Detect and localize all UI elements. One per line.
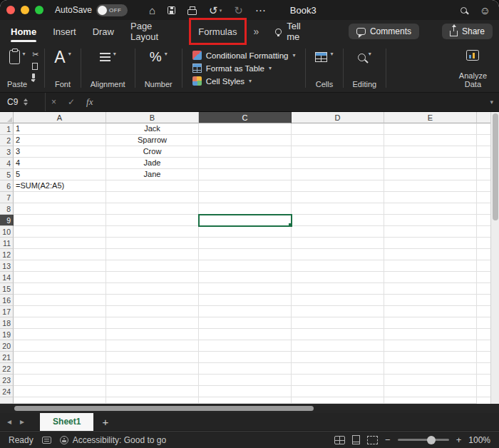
cell-D15[interactable]: [292, 283, 384, 295]
cell-D14[interactable]: [292, 272, 384, 283]
row-header-4[interactable]: 4: [0, 158, 14, 169]
cell-A18[interactable]: [14, 317, 106, 329]
cell-C8[interactable]: [199, 203, 292, 215]
cell-B13[interactable]: [106, 260, 199, 272]
cell-B2[interactable]: Sparrow: [106, 135, 199, 146]
cell-C14[interactable]: [199, 272, 292, 283]
save-icon[interactable]: [168, 6, 175, 14]
zoom-slider-thumb[interactable]: [427, 436, 436, 444]
cell-B5[interactable]: Jane: [106, 169, 199, 180]
zoom-slider[interactable]: [398, 439, 449, 441]
cell-D12[interactable]: [292, 249, 384, 260]
cell-C3[interactable]: [199, 146, 292, 158]
cell-D1[interactable]: [292, 123, 384, 135]
row-header-23[interactable]: 23: [0, 375, 14, 386]
cell-D11[interactable]: [292, 238, 384, 249]
cell-B18[interactable]: [106, 317, 199, 329]
cell-E12[interactable]: [384, 249, 477, 260]
fullscreen-window-button[interactable]: [35, 6, 43, 14]
cell-B7[interactable]: [106, 192, 199, 203]
cell-C17[interactable]: [199, 306, 292, 317]
row-header-11[interactable]: 11: [0, 238, 14, 249]
cell-A8[interactable]: [14, 203, 106, 215]
fill-handle[interactable]: [288, 223, 292, 226]
row-header-18[interactable]: 18: [0, 317, 14, 329]
tab-page-layout[interactable]: Page Layout: [130, 20, 182, 43]
cell-B16[interactable]: [106, 295, 199, 306]
paste-button[interactable]: ▾ Paste: [7, 49, 27, 88]
cell-A2[interactable]: 2: [14, 135, 106, 146]
vertical-scrollbar[interactable]: [490, 112, 499, 404]
cell-B6[interactable]: [106, 180, 199, 192]
horizontal-scrollbar[interactable]: [0, 404, 499, 413]
row-header-8[interactable]: 8: [0, 203, 14, 215]
cell-E5[interactable]: [384, 169, 477, 180]
cell-A7[interactable]: [14, 192, 106, 203]
keyboard-status-icon[interactable]: [42, 437, 51, 444]
zoom-in-button[interactable]: +: [456, 434, 462, 445]
number-group-button[interactable]: % ▾ Number: [138, 46, 179, 90]
cell-A15[interactable]: [14, 283, 106, 295]
horizontal-scrollbar-thumb[interactable]: [14, 406, 314, 411]
cell-B8[interactable]: [106, 203, 199, 215]
cell-E18[interactable]: [384, 317, 477, 329]
zoom-out-button[interactable]: −: [385, 434, 391, 445]
redo-icon[interactable]: ↻: [234, 5, 243, 16]
row-header-15[interactable]: 15: [0, 283, 14, 295]
column-header-D[interactable]: D: [292, 112, 384, 123]
row-header-10[interactable]: 10: [0, 226, 14, 238]
cell-C22[interactable]: [199, 363, 292, 375]
cell-A13[interactable]: [14, 260, 106, 272]
close-window-button[interactable]: [6, 6, 15, 14]
cell-D20[interactable]: [292, 340, 384, 352]
cell-A14[interactable]: [14, 272, 106, 283]
comments-button[interactable]: Comments: [349, 24, 419, 39]
cell-D4[interactable]: [292, 158, 384, 169]
row-header-16[interactable]: 16: [0, 295, 14, 306]
formula-bar-expand-icon[interactable]: ▾: [484, 98, 499, 106]
cell-D5[interactable]: [292, 169, 384, 180]
row-header-19[interactable]: 19: [0, 329, 14, 340]
cell-E22[interactable]: [384, 363, 477, 375]
row-header-13[interactable]: 13: [0, 260, 14, 272]
cell-E6[interactable]: [384, 180, 477, 192]
tab-home[interactable]: Home: [11, 20, 36, 43]
cell-A3[interactable]: 3: [14, 146, 106, 158]
cell-A6[interactable]: =SUM(A2:A5): [14, 180, 106, 192]
cell-C1[interactable]: [199, 123, 292, 135]
cell-D10[interactable]: [292, 226, 384, 238]
share-button[interactable]: Share: [442, 24, 493, 39]
cell-A17[interactable]: [14, 306, 106, 317]
cell-C15[interactable]: [199, 283, 292, 295]
sheet-nav-right-icon[interactable]: ▸: [16, 417, 29, 427]
cell-B23[interactable]: [106, 375, 199, 386]
cell-E19[interactable]: [384, 329, 477, 340]
cell-D16[interactable]: [292, 295, 384, 306]
font-group-button[interactable]: A ▾ Font: [48, 46, 77, 90]
cell-E10[interactable]: [384, 226, 477, 238]
cell-E21[interactable]: [384, 352, 477, 363]
cell-D24[interactable]: [292, 386, 384, 397]
column-header-B[interactable]: B: [106, 112, 199, 123]
cell-B3[interactable]: Crow: [106, 146, 199, 158]
cell-E13[interactable]: [384, 260, 477, 272]
cell-A1[interactable]: 1: [14, 123, 106, 135]
undo-button[interactable]: ↺ ▾: [209, 5, 222, 16]
home-icon[interactable]: ⌂: [149, 5, 155, 16]
row-header-12[interactable]: 12: [0, 249, 14, 260]
cell-D6[interactable]: [292, 180, 384, 192]
autosave-toggle[interactable]: OFF: [96, 4, 128, 16]
format-painter-button[interactable]: [32, 73, 38, 78]
vertical-scrollbar-thumb[interactable]: [493, 113, 498, 220]
tab-formulas[interactable]: Formulas: [198, 20, 237, 43]
cell-B14[interactable]: [106, 272, 199, 283]
cell-C11[interactable]: [199, 238, 292, 249]
cell-C19[interactable]: [199, 329, 292, 340]
row-header-14[interactable]: 14: [0, 272, 14, 283]
cell-E23[interactable]: [384, 375, 477, 386]
row-header-7[interactable]: 7: [0, 192, 14, 203]
cell-B15[interactable]: [106, 283, 199, 295]
cell-E15[interactable]: [384, 283, 477, 295]
editing-group-button[interactable]: ▾ Editing: [346, 46, 384, 90]
row-header-6[interactable]: 6: [0, 180, 14, 192]
